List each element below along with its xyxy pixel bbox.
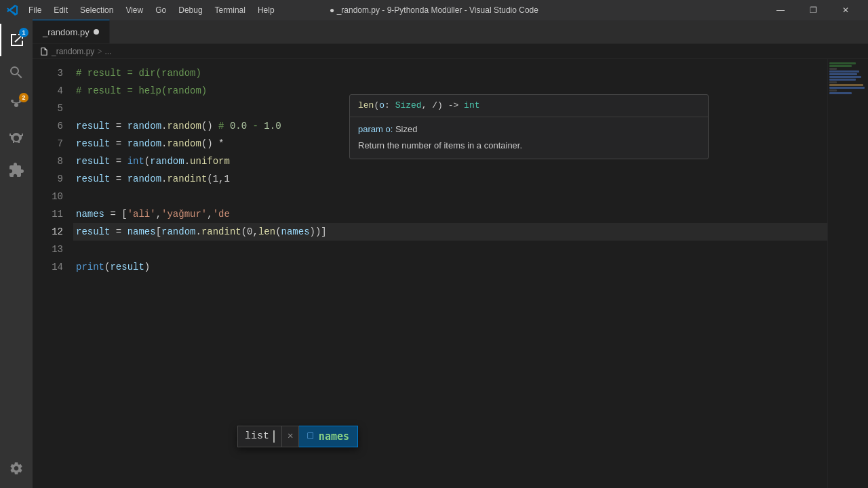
title-bar-left: File Edit Selection View Go Debug Termin… xyxy=(7,4,280,16)
line-num-10: 10 xyxy=(33,188,63,205)
window-controls: — ❐ ✕ xyxy=(765,0,861,20)
breadcrumb-sep: > xyxy=(97,47,102,56)
line-num-5: 5 xyxy=(33,100,63,117)
hover-popup-body: param o: Sized Return the number of item… xyxy=(350,117,708,159)
tab-modified-dot xyxy=(94,29,99,35)
file-icon xyxy=(39,47,49,56)
line-num-13: 13 xyxy=(33,241,63,258)
app: 1 2 xyxy=(0,20,868,488)
maximize-button[interactable]: ❐ xyxy=(797,0,829,20)
line-num-8: 8 xyxy=(33,152,63,170)
breadcrumb: _random.py > ... xyxy=(33,44,868,59)
autocomplete-text: list xyxy=(245,429,269,445)
autocomplete-input-area: list xyxy=(237,426,282,448)
activity-bar-bottom xyxy=(0,452,33,488)
hover-colon: : xyxy=(384,100,395,110)
svg-point-1 xyxy=(11,100,14,102)
menu-file[interactable]: File xyxy=(23,4,47,16)
activity-extensions[interactable] xyxy=(0,154,33,186)
window-title: ● _random.py - 9-Pythonda Modüller - Vis… xyxy=(330,5,538,15)
autocomplete-close-button[interactable]: ✕ xyxy=(282,426,299,448)
menu-debug[interactable]: Debug xyxy=(173,4,208,16)
vscode-logo xyxy=(7,5,18,16)
breadcrumb-path[interactable]: ... xyxy=(104,47,111,56)
hover-popup: len(o: Sized, /) -> int param o: Sized R… xyxy=(349,94,709,159)
menu-help[interactable]: Help xyxy=(252,4,280,16)
code-line-11: names = ['ali','yağmur','de xyxy=(73,205,827,223)
scm-badge: 2 xyxy=(19,93,28,102)
suggestion-icon: □ xyxy=(307,429,313,443)
hover-param-name: o xyxy=(379,100,384,110)
hover-param-type: Sized xyxy=(395,100,422,110)
suggestion-text: names xyxy=(319,429,349,445)
autocomplete-suggestion-item[interactable]: □ names xyxy=(299,426,358,448)
hover-popup-signature: len(o: Sized, /) -> int xyxy=(350,95,708,117)
tab-bar: _random.py xyxy=(33,20,868,44)
code-line-3: # result = dir(random) xyxy=(73,64,827,82)
title-bar: File Edit Selection View Go Debug Termin… xyxy=(0,0,868,20)
line-numbers: 3 4 5 6 7 8 9 10 11 12 13 14 xyxy=(33,59,73,488)
minimize-button[interactable]: — xyxy=(765,0,796,20)
menu-edit[interactable]: Edit xyxy=(48,4,73,16)
code-line-10 xyxy=(73,188,827,205)
editor-content[interactable]: 3 4 5 6 7 8 9 10 11 12 13 14 # result = … xyxy=(33,59,868,488)
tab-random-py[interactable]: _random.py xyxy=(33,20,110,43)
code-line-13 xyxy=(73,241,827,258)
hover-description: Return the number of items in a containe… xyxy=(358,139,700,153)
hover-return-type: int xyxy=(464,100,479,110)
line-num-12: 12 xyxy=(33,223,63,241)
activity-search[interactable] xyxy=(0,56,33,89)
line-num-14: 14 xyxy=(33,258,63,276)
editor-area: _random.py _random.py > ... 3 4 5 6 7 8 xyxy=(33,20,868,488)
activity-bar: 1 2 xyxy=(0,20,33,488)
svg-line-4 xyxy=(16,102,20,103)
breadcrumb-file[interactable]: _random.py xyxy=(52,47,94,56)
activity-debug[interactable] xyxy=(0,121,33,154)
line-num-11: 11 xyxy=(33,205,63,223)
menu-selection[interactable]: Selection xyxy=(75,4,119,16)
autocomplete-cursor xyxy=(273,430,275,443)
tab-label: _random.py xyxy=(43,27,90,37)
menu-bar: File Edit Selection View Go Debug Termin… xyxy=(23,4,280,16)
line-num-3: 3 xyxy=(33,64,63,82)
code-line-14: print(result) xyxy=(73,258,827,276)
code-line-9: result = random.randint(1,1 xyxy=(73,170,827,188)
line-num-4: 4 xyxy=(33,82,63,100)
minimap-content xyxy=(828,59,868,98)
explorer-badge: 1 xyxy=(19,28,28,37)
close-button[interactable]: ✕ xyxy=(830,0,861,20)
svg-line-3 xyxy=(12,102,16,103)
code-line-12: result = names[random.randint(0,len(name… xyxy=(73,223,827,241)
line-num-6: 6 xyxy=(33,117,63,135)
menu-terminal[interactable]: Terminal xyxy=(210,4,251,16)
line-num-9: 9 xyxy=(33,170,63,188)
hover-param-desc: param o: Sized xyxy=(358,123,700,137)
hover-slash: , /) -> xyxy=(422,100,464,110)
line-num-7: 7 xyxy=(33,135,63,152)
activity-explorer[interactable]: 1 xyxy=(0,24,33,56)
activity-settings[interactable] xyxy=(0,452,33,485)
activity-scm[interactable]: 2 xyxy=(0,89,33,121)
autocomplete-popup[interactable]: list ✕ □ names xyxy=(237,426,358,448)
menu-view[interactable]: View xyxy=(120,4,149,16)
svg-point-0 xyxy=(14,103,18,107)
hover-fn-name: len xyxy=(358,100,374,110)
menu-go[interactable]: Go xyxy=(150,4,172,16)
minimap xyxy=(827,59,868,488)
